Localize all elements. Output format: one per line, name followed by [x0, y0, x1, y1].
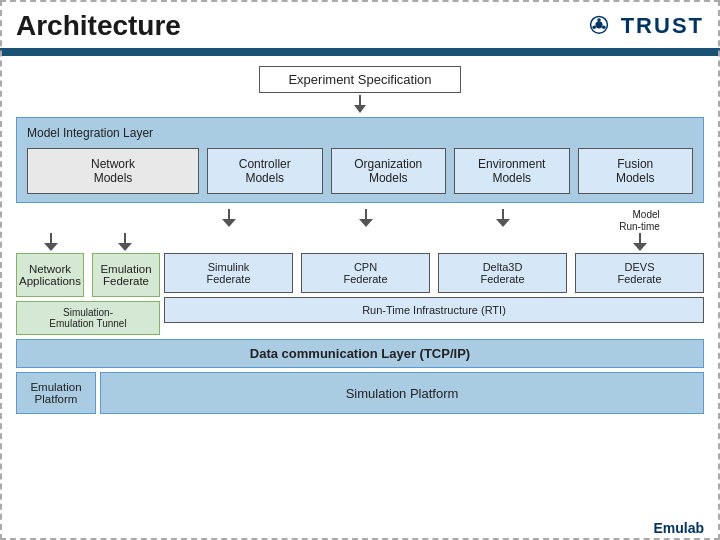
svg-point-1: [595, 21, 602, 28]
svg-point-2: [597, 18, 601, 22]
rti-box: Run-Time Infrastructure (RTI): [164, 297, 704, 323]
experiment-spec-label: Experiment Specification: [288, 72, 431, 87]
simulation-emulation-tunnel-label: Simulation- Emulation Tunnel: [49, 307, 126, 329]
model-integration-layer: Model Integration Layer Network Models C…: [16, 117, 704, 203]
arrow-down-center: [16, 95, 704, 115]
exp-spec-row: Experiment Specification: [16, 66, 704, 93]
delta3d-federate-box: Delta3D Federate: [438, 253, 567, 293]
environment-models-box: Environment Models: [454, 148, 570, 194]
emulation-federate-box: Emulation Federate: [92, 253, 160, 297]
simulink-federate-label: Simulink Federate: [206, 261, 250, 285]
devs-federate-box: DEVS Federate: [575, 253, 704, 293]
cpn-federate-box: CPN Federate: [301, 253, 430, 293]
simulation-platform-label: Simulation Platform: [346, 386, 459, 401]
emulation-platform-label: Emulation Platform: [30, 381, 81, 405]
page: Architecture TRUST Experiment Specificat…: [0, 0, 720, 540]
network-applications-label: Network Applications: [19, 263, 81, 287]
arrow-line-5: [502, 209, 504, 219]
bottom-row: Emulation Platform Simulation Platform: [16, 372, 704, 414]
arrow-head-1: [44, 243, 58, 251]
arrow-head-4: [359, 219, 373, 227]
fusion-models-box: Fusion Models: [578, 148, 694, 194]
network-models-label: Network Models: [91, 157, 135, 185]
experiment-spec-box: Experiment Specification: [259, 66, 460, 93]
simulink-federate-box: Simulink Federate: [164, 253, 293, 293]
logo-area: TRUST: [581, 8, 704, 44]
federates-row: Simulink Federate CPN Federate Delta3D F…: [164, 253, 704, 293]
organization-models-label: Organization Models: [354, 157, 422, 185]
left-section: Network Applications Emulation Federate …: [16, 253, 164, 335]
controller-models-label: Controller Models: [239, 157, 291, 185]
arrow-line-1: [50, 233, 52, 243]
page-title: Architecture: [16, 10, 181, 42]
svg-marker-6: [354, 105, 366, 113]
environment-models-label: Environment Models: [478, 157, 545, 185]
right-section: Simulink Federate CPN Federate Delta3D F…: [164, 253, 704, 323]
network-applications-box: Network Applications: [16, 253, 84, 297]
emulation-federate-label: Emulation Federate: [100, 263, 151, 287]
header: Architecture TRUST: [0, 0, 720, 48]
arrow-line-2: [124, 233, 126, 243]
svg-point-4: [592, 25, 596, 29]
arrow-down-icon: [348, 95, 372, 115]
arrow-head-6: [633, 243, 647, 251]
accent-bar: [0, 48, 720, 56]
logo-text: TRUST: [621, 13, 704, 39]
arrow-line-4: [365, 209, 367, 219]
emulab-label: Emulab: [653, 520, 704, 536]
mil-label: Model Integration Layer: [27, 126, 693, 140]
emulation-platform-box: Emulation Platform: [16, 372, 96, 414]
data-comm-label: Data communication Layer (TCP/IP): [250, 346, 470, 361]
mil-boxes-row: Network Models Controller Models Organiz…: [27, 148, 693, 194]
arrow-line-6: [639, 233, 641, 243]
network-models-box: Network Models: [27, 148, 199, 194]
svg-point-3: [602, 25, 606, 29]
left-section-top: Network Applications Emulation Federate: [16, 253, 160, 297]
simulation-platform-box: Simulation Platform: [100, 372, 704, 414]
arrow-head-5: [496, 219, 510, 227]
controller-models-box: Controller Models: [207, 148, 323, 194]
full-section: Network Applications Emulation Federate …: [16, 253, 704, 335]
arrow-head-2: [118, 243, 132, 251]
trust-logo-icon: [581, 8, 617, 44]
simulation-emulation-tunnel-box: Simulation- Emulation Tunnel: [16, 301, 160, 335]
rti-label: Run-Time Infrastructure (RTI): [362, 304, 506, 316]
organization-models-box: Organization Models: [331, 148, 447, 194]
data-comm-layer: Data communication Layer (TCP/IP): [16, 339, 704, 368]
delta3d-federate-label: Delta3D Federate: [480, 261, 524, 285]
arrow-line-3: [228, 209, 230, 219]
main-content: Experiment Specification Model Integrati…: [0, 56, 720, 424]
cpn-federate-label: CPN Federate: [343, 261, 387, 285]
fusion-models-label: Fusion Models: [616, 157, 655, 185]
devs-federate-label: DEVS Federate: [617, 261, 661, 285]
arrow-head-3: [222, 219, 236, 227]
emulab-footer: Emulab: [653, 520, 704, 536]
model-runtime-label: Model Run-time: [619, 209, 660, 233]
